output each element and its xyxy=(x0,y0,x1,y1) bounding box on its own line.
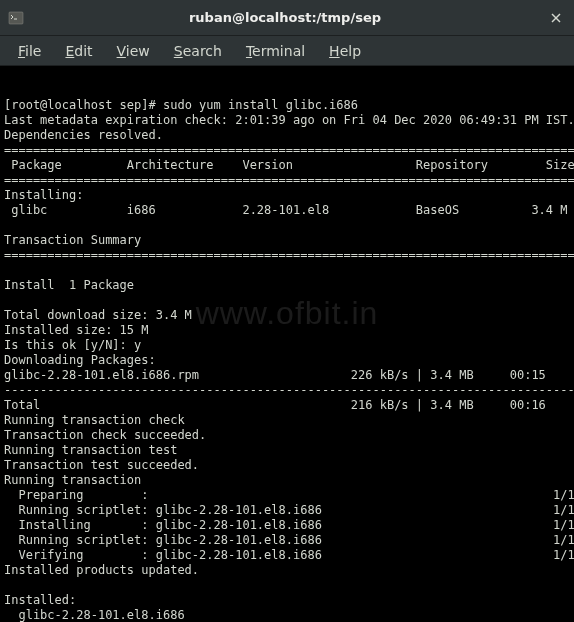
terminal-line: Dependencies resolved. xyxy=(4,128,163,142)
menubar: File Edit View Search Terminal Help xyxy=(0,36,574,66)
terminal-line: Downloading Packages: xyxy=(4,353,156,367)
terminal-area[interactable]: www.ofbit.in [root@localhost sep]# sudo … xyxy=(0,66,574,622)
menu-edit[interactable]: Edit xyxy=(55,39,102,63)
terminal-line: Transaction test succeeded. xyxy=(4,458,199,472)
window-title: ruban@localhost:/tmp/sep xyxy=(24,10,546,25)
terminal-line: glibc-2.28-101.el8.i686 xyxy=(4,608,185,622)
terminal-line: Running transaction xyxy=(4,473,141,487)
terminal-line: Verifying : glibc-2.28-101.el8.i686 1/1 xyxy=(4,548,574,562)
terminal-icon xyxy=(8,10,24,26)
menu-terminal[interactable]: Terminal xyxy=(236,39,315,63)
terminal-line: ========================================… xyxy=(4,248,574,262)
terminal-line: Transaction Summary xyxy=(4,233,141,247)
titlebar-left xyxy=(8,10,24,26)
terminal-line: Installed size: 15 M xyxy=(4,323,149,337)
menu-help[interactable]: Help xyxy=(319,39,371,63)
svg-rect-0 xyxy=(9,12,23,24)
titlebar: ruban@localhost:/tmp/sep xyxy=(0,0,574,36)
menu-view[interactable]: View xyxy=(107,39,160,63)
terminal-line: Installing: xyxy=(4,188,83,202)
terminal-line: Installed: xyxy=(4,593,76,607)
terminal-line: Preparing : 1/1 xyxy=(4,488,574,502)
terminal-line: Installing : glibc-2.28-101.el8.i686 1/1 xyxy=(4,518,574,532)
terminal-line: Is this ok [y/N]: y xyxy=(4,338,141,352)
terminal-line: Running scriptlet: glibc-2.28-101.el8.i6… xyxy=(4,503,574,517)
close-button[interactable] xyxy=(546,8,566,28)
terminal-line: ========================================… xyxy=(4,173,574,187)
terminal-line: Transaction check succeeded. xyxy=(4,428,206,442)
terminal-line: Running transaction test xyxy=(4,443,177,457)
terminal-line: Running scriptlet: glibc-2.28-101.el8.i6… xyxy=(4,533,574,547)
terminal-line: Last metadata expiration check: 2:01:39 … xyxy=(4,113,574,127)
terminal-line: Install 1 Package xyxy=(4,278,134,292)
terminal-line: Installed products updated. xyxy=(4,563,199,577)
menu-search[interactable]: Search xyxy=(164,39,232,63)
close-icon xyxy=(550,12,562,24)
table-header: Package Architecture Version Repository … xyxy=(4,158,574,172)
prompt: [root@localhost sep]# xyxy=(4,98,163,112)
terminal-line: Total download size: 3.4 M xyxy=(4,308,192,322)
menu-file[interactable]: File xyxy=(8,39,51,63)
command-text: sudo yum install glibc.i686 xyxy=(163,98,358,112)
terminal-line: ========================================… xyxy=(4,143,574,157)
terminal-line: ----------------------------------------… xyxy=(4,383,574,397)
terminal-line: Total 216 kB/s | 3.4 MB 00:16 xyxy=(4,398,546,412)
terminal-line: Running transaction check xyxy=(4,413,185,427)
terminal-line: glibc-2.28-101.el8.i686.rpm 226 kB/s | 3… xyxy=(4,368,546,382)
table-row: glibc i686 2.28-101.el8 BaseOS 3.4 M xyxy=(4,203,568,217)
